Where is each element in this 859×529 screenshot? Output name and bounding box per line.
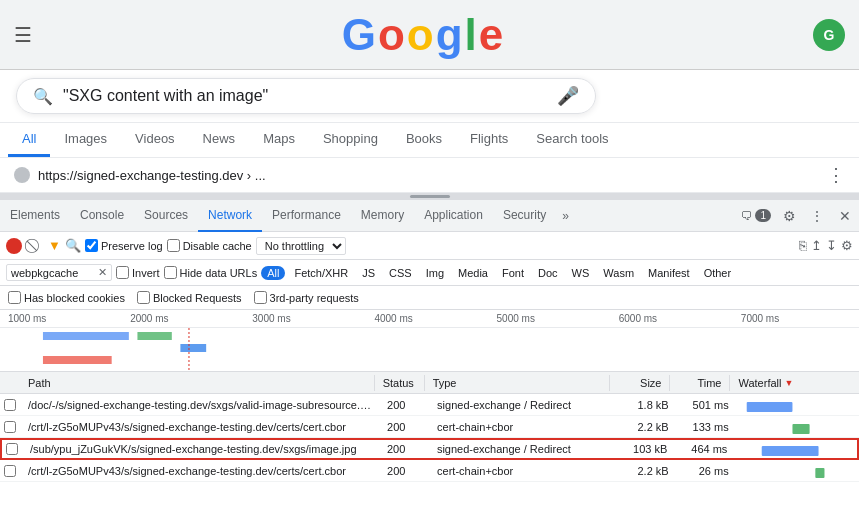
- search-filter-input[interactable]: [11, 267, 96, 279]
- row-checkbox[interactable]: [0, 399, 20, 411]
- filter-img-btn[interactable]: Img: [421, 266, 449, 280]
- svg-rect-6: [792, 424, 809, 434]
- dt-tab-memory[interactable]: Memory: [351, 200, 414, 232]
- col-header-time[interactable]: Time: [670, 375, 730, 391]
- tab-all[interactable]: All: [8, 123, 50, 157]
- row-time: 133 ms: [677, 419, 737, 435]
- table-row[interactable]: /crt/l-zG5oMUPv43/s/signed-exchange-test…: [0, 460, 859, 482]
- tab-books[interactable]: Books: [392, 123, 456, 157]
- result-url[interactable]: https://signed-exchange-testing.dev › ..…: [38, 168, 266, 183]
- table-row[interactable]: /crt/l-zG5oMUPv43/s/signed-exchange-test…: [0, 416, 859, 438]
- row-size: 2.2 kB: [617, 419, 677, 435]
- tab-maps[interactable]: Maps: [249, 123, 309, 157]
- search-tabs: All Images Videos News Maps Shopping Boo…: [0, 123, 859, 158]
- timeline-marker-6: 6000 ms: [615, 313, 737, 324]
- dt-more-tabs[interactable]: »: [556, 200, 575, 232]
- row-checkbox[interactable]: [2, 443, 22, 455]
- filter-all-btn[interactable]: All: [261, 266, 285, 280]
- mic-icon[interactable]: 🎤: [557, 85, 579, 107]
- profile-avatar[interactable]: G: [813, 19, 845, 51]
- filter-css-btn[interactable]: CSS: [384, 266, 417, 280]
- row-status: 200: [379, 419, 429, 435]
- record-btn[interactable]: [6, 238, 22, 254]
- row-waterfall: [737, 394, 859, 416]
- col-header-type[interactable]: Type: [425, 375, 611, 391]
- filter-js-btn[interactable]: JS: [357, 266, 380, 280]
- blocked-requests-checkbox[interactable]: Blocked Requests: [137, 291, 242, 304]
- result-favicon: [14, 167, 30, 183]
- export-icon[interactable]: ↧: [826, 238, 837, 253]
- dt-tab-network[interactable]: Network: [198, 200, 262, 232]
- row-status: 200: [379, 441, 429, 457]
- disable-cache-checkbox[interactable]: Disable cache: [167, 239, 252, 252]
- tab-flights[interactable]: Flights: [456, 123, 522, 157]
- devtools-panel: Elements Console Sources Network Perform…: [0, 199, 859, 529]
- browser-top-bar: ☰ G o o g l e G: [0, 0, 859, 70]
- filter-doc-btn[interactable]: Doc: [533, 266, 563, 280]
- has-blocked-cookies-checkbox[interactable]: Has blocked cookies: [8, 291, 125, 304]
- row-size: 2.2 kB: [617, 463, 677, 479]
- hide-data-urls-checkbox[interactable]: Hide data URLs: [164, 266, 258, 279]
- throttle-dropdown[interactable]: No throttling: [256, 237, 346, 255]
- row-checkbox[interactable]: [0, 421, 20, 433]
- svg-rect-0: [43, 332, 129, 340]
- tab-search-tools[interactable]: Search tools: [522, 123, 622, 157]
- row-time: 501 ms: [677, 397, 737, 413]
- import-icon[interactable]: ↥: [811, 238, 822, 253]
- dt-tab-sources[interactable]: Sources: [134, 200, 198, 232]
- preserve-log-checkbox[interactable]: Preserve log: [85, 239, 163, 252]
- search-bar[interactable]: 🔍 "SXG content with an image" 🎤: [16, 78, 596, 114]
- col-header-status[interactable]: Status: [375, 375, 425, 391]
- filter-media-btn[interactable]: Media: [453, 266, 493, 280]
- dt-tab-console[interactable]: Console: [70, 200, 134, 232]
- col-header-path[interactable]: Path: [20, 375, 375, 391]
- tab-news[interactable]: News: [189, 123, 250, 157]
- filter-ws-btn[interactable]: WS: [567, 266, 595, 280]
- row-waterfall: [737, 460, 859, 482]
- svg-rect-1: [137, 332, 171, 340]
- clear-btn[interactable]: ⃠: [26, 237, 44, 254]
- timeline-marker-3: 3000 ms: [248, 313, 370, 324]
- filter-wasm-btn[interactable]: Wasm: [598, 266, 639, 280]
- clear-search-btn[interactable]: ✕: [98, 266, 107, 279]
- dt-tab-application[interactable]: Application: [414, 200, 493, 232]
- row-path: /sub/ypu_jZuGukVK/s/signed-exchange-test…: [22, 441, 379, 457]
- filter-manifest-btn[interactable]: Manifest: [643, 266, 695, 280]
- search-icon-filter[interactable]: 🔍: [65, 238, 81, 253]
- tab-images[interactable]: Images: [50, 123, 121, 157]
- tab-videos[interactable]: Videos: [121, 123, 189, 157]
- dt-close-btn[interactable]: ✕: [831, 202, 859, 230]
- row-type: cert-chain+cbor: [429, 419, 617, 435]
- tab-shopping[interactable]: Shopping: [309, 123, 392, 157]
- timeline-marker-4: 4000 ms: [370, 313, 492, 324]
- filter-other-btn[interactable]: Other: [699, 266, 737, 280]
- col-header-waterfall[interactable]: Waterfall ▼: [730, 375, 859, 391]
- dt-settings-btn[interactable]: ⚙: [775, 202, 803, 230]
- invert-checkbox[interactable]: Invert: [116, 266, 160, 279]
- table-row-highlighted[interactable]: /sub/ypu_jZuGukVK/s/signed-exchange-test…: [0, 438, 859, 460]
- filter-font-btn[interactable]: Font: [497, 266, 529, 280]
- table-row[interactable]: /doc/-/s/signed-exchange-testing.dev/sxg…: [0, 394, 859, 416]
- search-icon: 🔍: [33, 87, 53, 106]
- row-type: signed-exchange / Redirect: [429, 397, 617, 413]
- timeline-marker-2: 2000 ms: [126, 313, 248, 324]
- devtools-settings-icon[interactable]: ⚙: [841, 238, 853, 253]
- filter-fetch-xhr-btn[interactable]: Fetch/XHR: [289, 266, 353, 280]
- row-checkbox[interactable]: [0, 465, 20, 477]
- extra-filters-bar: Has blocked cookies Blocked Requests 3rd…: [0, 286, 859, 310]
- dt-tab-elements[interactable]: Elements: [0, 200, 70, 232]
- col-header-size[interactable]: Size: [610, 375, 670, 391]
- dt-console-badge[interactable]: 🗨 1: [741, 209, 771, 223]
- hamburger-icon[interactable]: ☰: [14, 23, 32, 47]
- row-path: /crt/l-zG5oMUPv43/s/signed-exchange-test…: [20, 463, 379, 479]
- filter-icon[interactable]: ▼: [48, 238, 61, 253]
- waterfall-sort-icon: ▼: [784, 378, 793, 388]
- dt-tab-security[interactable]: Security: [493, 200, 556, 232]
- dt-more-btn[interactable]: ⋮: [803, 202, 831, 230]
- row-type: signed-exchange / Redirect: [429, 441, 615, 457]
- result-more-icon[interactable]: ⋮: [827, 164, 845, 186]
- third-party-checkbox[interactable]: 3rd-party requests: [254, 291, 359, 304]
- row-status: 200: [379, 463, 429, 479]
- dt-tab-performance[interactable]: Performance: [262, 200, 351, 232]
- timeline-markers-row: 1000 ms 2000 ms 3000 ms 4000 ms 5000 ms …: [0, 310, 859, 328]
